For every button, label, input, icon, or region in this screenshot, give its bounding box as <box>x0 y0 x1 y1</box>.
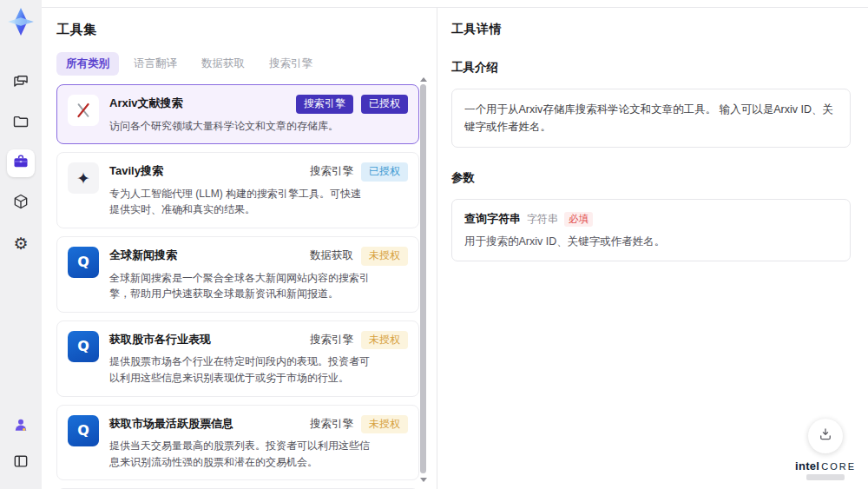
brand-subtext <box>806 474 845 480</box>
tavily-star-logo-icon: ✦ <box>68 162 99 194</box>
news-search-logo-icon: Q <box>68 247 99 278</box>
category-label: 数据获取 <box>310 248 353 263</box>
scroll-down-icon[interactable] <box>420 478 427 482</box>
user-icon <box>12 416 30 437</box>
tab-data-fetch[interactable]: 数据获取 <box>192 52 254 76</box>
tool-name: 全球新闻搜索 <box>109 247 177 263</box>
category-label: 搜索引擎 <box>310 333 353 347</box>
param-name: 查询字符串 <box>464 211 521 227</box>
detail-title: 工具详情 <box>451 22 851 37</box>
download-button[interactable] <box>808 419 843 453</box>
cube-icon <box>12 193 30 214</box>
category-label: 搜索引擎 <box>310 164 353 179</box>
category-label: 搜索引擎 <box>310 417 353 432</box>
params-heading: 参数 <box>451 170 851 186</box>
main-content: 工具集 所有类别 语言翻译 数据获取 搜索引擎 Arxiv文献搜索 <box>42 7 868 489</box>
tool-list-scrollbar[interactable] <box>419 77 427 482</box>
tab-language-translation[interactable]: 语言翻译 <box>124 52 187 76</box>
auth-badge: 已授权 <box>361 162 408 182</box>
tool-card-most-active-stocks[interactable]: Q 获取市场最活跃股票信息 搜索引擎 未授权 提供当天交易量最高的股票列表。投资… <box>56 405 419 481</box>
tool-description: 访问各个研究领域大量科学论文和文章的存储库。 <box>109 118 370 135</box>
briefcase-icon <box>12 153 30 174</box>
tool-card-global-news[interactable]: Q 全球新闻搜索 数据获取 未授权 全球新闻搜索是一个聚合全球各大新闻网站内容的… <box>56 236 419 313</box>
auth-badge: 已授权 <box>361 95 408 114</box>
category-tabs: 所有类别 语言翻译 数据获取 搜索引擎 <box>56 52 437 76</box>
tool-description: 专为人工智能代理 (LLM) 构建的搜索引擎工具。可快速提供实时、准确和真实的结… <box>109 186 370 218</box>
chat-icon <box>12 73 30 94</box>
tab-search-engine[interactable]: 搜索引擎 <box>260 52 322 76</box>
brand-intel: intel <box>795 459 819 472</box>
stock-sector-logo-icon: Q <box>68 331 99 362</box>
sidebar-item-packages[interactable] <box>7 189 35 217</box>
tool-detail-panel: 工具详情 工具介绍 一个用于从Arxiv存储库搜索科学论文和文章的工具。 输入可… <box>437 8 868 489</box>
corner-widget: intel CORE <box>795 419 856 480</box>
param-required-badge: 必填 <box>564 212 593 227</box>
tool-card-sector-performance[interactable]: Q 获取股市各行业表现 搜索引擎 未授权 提供股票市场各个行业在特定时间段内的表… <box>56 320 419 397</box>
sidebar-item-files[interactable] <box>7 109 35 137</box>
scroll-up-icon[interactable] <box>420 77 427 82</box>
tool-description: 提供当天交易量最高的股票列表。投资者可以利用这些信息来识别流动性强的股票和潜在的… <box>109 438 370 470</box>
tool-name: Arxiv文献搜索 <box>109 95 183 111</box>
sidebar-item-tools[interactable] <box>7 149 35 177</box>
page-title: 工具集 <box>56 22 437 38</box>
tool-name: 获取股市各行业表现 <box>109 331 211 347</box>
active-stock-logo-icon: Q <box>68 415 99 446</box>
tool-description: 提供股票市场各个行业在特定时间段内的表现。投资者可以利用这些信息来识别表现优于或… <box>109 354 370 386</box>
intel-core-logo: intel CORE <box>795 459 856 472</box>
tool-list: Arxiv文献搜索 搜索引擎 已授权 访问各个研究领域大量科学论文和文章的存储库… <box>56 84 419 489</box>
intro-text: 一个用于从Arxiv存储库搜索科学论文和文章的工具。 输入可以是Arxiv ID… <box>451 89 851 148</box>
param-item: 查询字符串 字符串 必填 用于搜索的Arxiv ID、关键字或作者姓名。 <box>451 199 851 261</box>
app-logo <box>6 7 36 36</box>
param-description: 用于搜索的Arxiv ID、关键字或作者姓名。 <box>464 235 838 249</box>
tool-description: 全球新闻搜索是一个聚合全球各大新闻网站内容的搜索引擎，帮助用户快速获取全球最新资… <box>109 270 370 302</box>
tool-name: 获取市场最活跃股票信息 <box>109 415 233 432</box>
arxiv-logo-icon <box>68 95 99 126</box>
toolset-panel: 工具集 所有类别 语言翻译 数据获取 搜索引擎 Arxiv文献搜索 <box>42 8 437 489</box>
tab-all-categories[interactable]: 所有类别 <box>56 52 119 76</box>
tool-card-arxiv[interactable]: Arxiv文献搜索 搜索引擎 已授权 访问各个研究领域大量科学论文和文章的存储库… <box>56 84 419 144</box>
layout-icon <box>12 453 30 473</box>
auth-badge: 未授权 <box>361 331 408 350</box>
scrollbar-thumb[interactable] <box>420 84 426 473</box>
download-icon <box>818 426 833 446</box>
auth-badge: 未授权 <box>361 415 408 434</box>
folder-icon <box>12 113 30 134</box>
brand-core: CORE <box>821 461 856 472</box>
sidebar-item-chat[interactable] <box>7 69 35 97</box>
sidebar-item-settings[interactable]: ⚙ <box>7 229 35 257</box>
param-type: 字符串 <box>527 212 558 227</box>
category-badge: 搜索引擎 <box>296 95 353 114</box>
app-rail: ⚙ <box>0 0 42 489</box>
intro-heading: 工具介绍 <box>451 60 851 76</box>
tool-card-tavily[interactable]: ✦ Tavily搜索 搜索引擎 已授权 专为人工智能代理 (LLM) 构建的搜索… <box>56 152 419 228</box>
gear-icon: ⚙ <box>13 235 28 252</box>
sidebar-item-profile[interactable] <box>7 413 35 440</box>
sidebar-item-panel-toggle[interactable] <box>7 449 35 477</box>
auth-badge: 未授权 <box>361 247 408 266</box>
tool-name: Tavily搜索 <box>109 162 163 179</box>
